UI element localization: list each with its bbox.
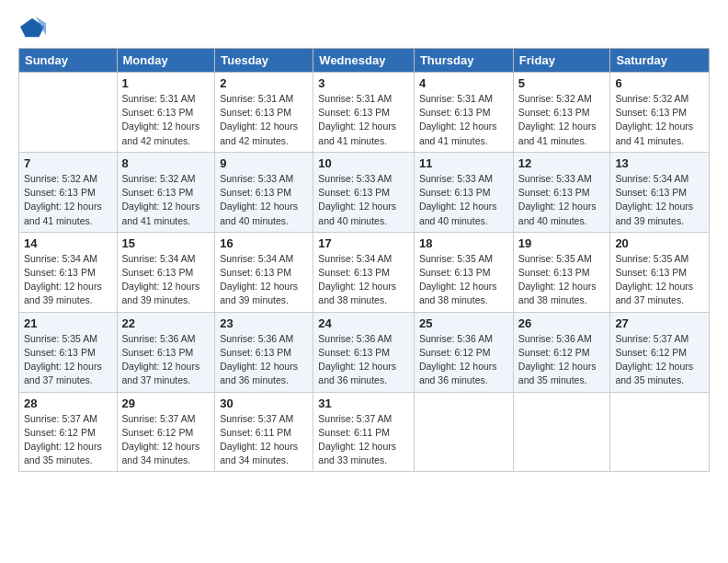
day-number: 16 xyxy=(220,236,308,250)
day-number: 25 xyxy=(419,316,508,330)
calendar-cell: 11Sunrise: 5:33 AMSunset: 6:13 PMDayligh… xyxy=(414,152,513,232)
calendar-cell: 26Sunrise: 5:36 AMSunset: 6:12 PMDayligh… xyxy=(513,312,610,392)
day-info: Sunrise: 5:34 AMSunset: 6:13 PMDaylight:… xyxy=(318,252,409,308)
day-number: 28 xyxy=(24,396,112,410)
calendar-cell: 21Sunrise: 5:35 AMSunset: 6:13 PMDayligh… xyxy=(19,312,118,392)
calendar-cell: 18Sunrise: 5:35 AMSunset: 6:13 PMDayligh… xyxy=(414,232,513,312)
calendar-cell: 4Sunrise: 5:31 AMSunset: 6:13 PMDaylight… xyxy=(414,73,513,153)
day-number: 11 xyxy=(419,156,508,170)
day-number: 5 xyxy=(518,76,606,90)
day-number: 8 xyxy=(122,156,210,170)
calendar-week-row: 7Sunrise: 5:32 AMSunset: 6:13 PMDaylight… xyxy=(19,152,710,232)
day-number: 13 xyxy=(615,156,704,170)
calendar-cell: 2Sunrise: 5:31 AMSunset: 6:13 PMDaylight… xyxy=(215,73,313,153)
day-info: Sunrise: 5:32 AMSunset: 6:13 PMDaylight:… xyxy=(122,172,210,228)
day-number: 14 xyxy=(24,236,112,250)
calendar-cell: 8Sunrise: 5:32 AMSunset: 6:13 PMDaylight… xyxy=(117,152,215,232)
day-info: Sunrise: 5:36 AMSunset: 6:13 PMDaylight:… xyxy=(220,332,308,388)
calendar-cell: 19Sunrise: 5:35 AMSunset: 6:13 PMDayligh… xyxy=(513,232,610,312)
calendar-cell: 6Sunrise: 5:32 AMSunset: 6:13 PMDaylight… xyxy=(610,73,710,153)
logo xyxy=(18,15,46,40)
calendar-cell: 15Sunrise: 5:34 AMSunset: 6:13 PMDayligh… xyxy=(117,232,215,312)
day-info: Sunrise: 5:34 AMSunset: 6:13 PMDaylight:… xyxy=(220,252,308,308)
day-number: 30 xyxy=(220,396,308,410)
day-info: Sunrise: 5:31 AMSunset: 6:13 PMDaylight:… xyxy=(318,92,409,148)
calendar-cell: 5Sunrise: 5:32 AMSunset: 6:13 PMDaylight… xyxy=(513,73,610,153)
calendar-week-row: 1Sunrise: 5:31 AMSunset: 6:13 PMDaylight… xyxy=(19,73,710,153)
day-info: Sunrise: 5:35 AMSunset: 6:13 PMDaylight:… xyxy=(518,252,606,308)
day-info: Sunrise: 5:31 AMSunset: 6:13 PMDaylight:… xyxy=(419,92,508,148)
calendar-header-row: SundayMondayTuesdayWednesdayThursdayFrid… xyxy=(19,49,710,73)
header-thursday: Thursday xyxy=(414,49,513,73)
day-number: 22 xyxy=(122,316,210,330)
day-info: Sunrise: 5:32 AMSunset: 6:13 PMDaylight:… xyxy=(615,92,704,148)
page-header xyxy=(18,15,710,40)
calendar-cell: 31Sunrise: 5:37 AMSunset: 6:11 PMDayligh… xyxy=(313,392,415,472)
calendar-cell: 24Sunrise: 5:36 AMSunset: 6:13 PMDayligh… xyxy=(313,312,415,392)
header-saturday: Saturday xyxy=(610,49,710,73)
logo-icon xyxy=(20,15,46,40)
calendar-cell: 1Sunrise: 5:31 AMSunset: 6:13 PMDaylight… xyxy=(117,73,215,153)
calendar-week-row: 14Sunrise: 5:34 AMSunset: 6:13 PMDayligh… xyxy=(19,232,710,312)
calendar-cell: 9Sunrise: 5:33 AMSunset: 6:13 PMDaylight… xyxy=(215,152,313,232)
day-number: 20 xyxy=(615,236,704,250)
calendar-cell: 23Sunrise: 5:36 AMSunset: 6:13 PMDayligh… xyxy=(215,312,313,392)
day-info: Sunrise: 5:32 AMSunset: 6:13 PMDaylight:… xyxy=(24,172,112,228)
day-info: Sunrise: 5:33 AMSunset: 6:13 PMDaylight:… xyxy=(518,172,606,228)
page-wrapper: SundayMondayTuesdayWednesdayThursdayFrid… xyxy=(18,15,710,472)
calendar-cell xyxy=(414,392,513,472)
day-info: Sunrise: 5:34 AMSunset: 6:13 PMDaylight:… xyxy=(615,172,704,228)
calendar-cell: 29Sunrise: 5:37 AMSunset: 6:12 PMDayligh… xyxy=(117,392,215,472)
day-info: Sunrise: 5:37 AMSunset: 6:11 PMDaylight:… xyxy=(318,412,409,468)
calendar-cell xyxy=(610,392,710,472)
header-sunday: Sunday xyxy=(19,49,118,73)
calendar-week-row: 28Sunrise: 5:37 AMSunset: 6:12 PMDayligh… xyxy=(19,392,710,472)
day-number: 26 xyxy=(518,316,606,330)
calendar-cell: 28Sunrise: 5:37 AMSunset: 6:12 PMDayligh… xyxy=(19,392,118,472)
calendar-cell: 16Sunrise: 5:34 AMSunset: 6:13 PMDayligh… xyxy=(215,232,313,312)
day-info: Sunrise: 5:32 AMSunset: 6:13 PMDaylight:… xyxy=(518,92,606,148)
day-info: Sunrise: 5:37 AMSunset: 6:12 PMDaylight:… xyxy=(615,332,704,388)
calendar-table: SundayMondayTuesdayWednesdayThursdayFrid… xyxy=(18,48,710,472)
day-info: Sunrise: 5:34 AMSunset: 6:13 PMDaylight:… xyxy=(24,252,112,308)
day-number: 12 xyxy=(518,156,606,170)
day-info: Sunrise: 5:33 AMSunset: 6:13 PMDaylight:… xyxy=(318,172,409,228)
day-info: Sunrise: 5:35 AMSunset: 6:13 PMDaylight:… xyxy=(419,252,508,308)
calendar-week-row: 21Sunrise: 5:35 AMSunset: 6:13 PMDayligh… xyxy=(19,312,710,392)
day-info: Sunrise: 5:35 AMSunset: 6:13 PMDaylight:… xyxy=(615,252,704,308)
calendar-cell: 14Sunrise: 5:34 AMSunset: 6:13 PMDayligh… xyxy=(19,232,118,312)
day-number: 3 xyxy=(318,76,409,90)
day-info: Sunrise: 5:37 AMSunset: 6:11 PMDaylight:… xyxy=(220,412,308,468)
calendar-cell: 27Sunrise: 5:37 AMSunset: 6:12 PMDayligh… xyxy=(610,312,710,392)
calendar-cell: 30Sunrise: 5:37 AMSunset: 6:11 PMDayligh… xyxy=(215,392,313,472)
calendar-cell: 20Sunrise: 5:35 AMSunset: 6:13 PMDayligh… xyxy=(610,232,710,312)
day-number: 27 xyxy=(615,316,704,330)
calendar-cell: 10Sunrise: 5:33 AMSunset: 6:13 PMDayligh… xyxy=(313,152,415,232)
calendar-cell xyxy=(19,73,118,153)
day-info: Sunrise: 5:35 AMSunset: 6:13 PMDaylight:… xyxy=(24,332,112,388)
calendar-cell: 7Sunrise: 5:32 AMSunset: 6:13 PMDaylight… xyxy=(19,152,118,232)
calendar-cell: 3Sunrise: 5:31 AMSunset: 6:13 PMDaylight… xyxy=(313,73,415,153)
day-number: 31 xyxy=(318,396,409,410)
calendar-cell: 22Sunrise: 5:36 AMSunset: 6:13 PMDayligh… xyxy=(117,312,215,392)
day-number: 4 xyxy=(419,76,508,90)
day-number: 17 xyxy=(318,236,409,250)
day-number: 7 xyxy=(24,156,112,170)
calendar-cell: 25Sunrise: 5:36 AMSunset: 6:12 PMDayligh… xyxy=(414,312,513,392)
day-number: 29 xyxy=(122,396,210,410)
calendar-cell xyxy=(513,392,610,472)
day-number: 21 xyxy=(24,316,112,330)
day-number: 10 xyxy=(318,156,409,170)
day-number: 6 xyxy=(615,76,704,90)
day-info: Sunrise: 5:36 AMSunset: 6:12 PMDaylight:… xyxy=(419,332,508,388)
day-number: 9 xyxy=(220,156,308,170)
day-number: 18 xyxy=(419,236,508,250)
day-info: Sunrise: 5:34 AMSunset: 6:13 PMDaylight:… xyxy=(122,252,210,308)
day-info: Sunrise: 5:31 AMSunset: 6:13 PMDaylight:… xyxy=(122,92,210,148)
day-info: Sunrise: 5:37 AMSunset: 6:12 PMDaylight:… xyxy=(24,412,112,468)
header-monday: Monday xyxy=(117,49,215,73)
calendar-cell: 17Sunrise: 5:34 AMSunset: 6:13 PMDayligh… xyxy=(313,232,415,312)
day-info: Sunrise: 5:31 AMSunset: 6:13 PMDaylight:… xyxy=(220,92,308,148)
header-tuesday: Tuesday xyxy=(215,49,313,73)
day-info: Sunrise: 5:33 AMSunset: 6:13 PMDaylight:… xyxy=(419,172,508,228)
